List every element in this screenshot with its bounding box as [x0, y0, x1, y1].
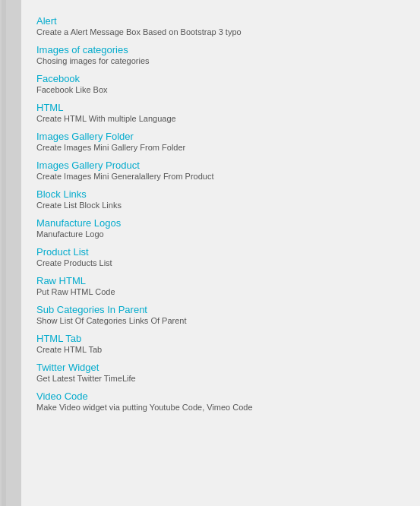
item-description-7: Manufacture Logo [36, 229, 409, 239]
item-title-link-1[interactable]: Images of categories [36, 44, 409, 55]
item-title-link-11[interactable]: HTML Tab [36, 333, 409, 344]
item-description-5: Create Images Mini Generalallery From Pr… [36, 172, 409, 181]
item-description-3: Create HTML With multiple Language [36, 114, 409, 123]
item-title-link-7[interactable]: Manufacture Logos [36, 217, 409, 229]
item-title-link-5[interactable]: Images Gallery Product [36, 160, 409, 171]
item-description-2: Facebook Like Box [36, 85, 409, 94]
list-item: Video CodeMake Video widget via putting … [36, 391, 409, 412]
list-item: Images Gallery FolderCreate Images Mini … [36, 131, 409, 152]
list-item: Product ListCreate Products List [36, 246, 409, 267]
item-title-link-0[interactable]: Alert [36, 15, 409, 27]
left-sidebar [0, 0, 21, 506]
item-description-1: Chosing images for categories [36, 56, 409, 65]
item-description-10: Show List Of Categories Links Of Parent [36, 316, 409, 325]
item-title-link-12[interactable]: Twitter Widget [36, 362, 409, 373]
item-title-link-6[interactable]: Block Links [36, 188, 409, 200]
item-title-link-4[interactable]: Images Gallery Folder [36, 131, 409, 142]
item-description-9: Put Raw HTML Code [36, 287, 409, 296]
item-description-12: Get Latest Twitter TimeLife [36, 374, 409, 383]
list-item: HTMLCreate HTML With multiple Language [36, 102, 409, 123]
item-description-11: Create HTML Tab [36, 345, 409, 354]
item-description-8: Create Products List [36, 258, 409, 267]
list-item: FacebookFacebook Like Box [36, 73, 409, 94]
item-description-13: Make Video widget via putting Youtube Co… [36, 403, 409, 412]
list-item: Twitter WidgetGet Latest Twitter TimeLif… [36, 362, 409, 383]
list-item: Images of categoriesChosing images for c… [36, 44, 409, 65]
item-description-4: Create Images Mini Gallery From Folder [36, 143, 409, 152]
list-item: Images Gallery ProductCreate Images Mini… [36, 160, 409, 181]
item-title-link-9[interactable]: Raw HTML [36, 275, 409, 286]
list-item: Raw HTMLPut Raw HTML Code [36, 275, 409, 296]
item-title-link-2[interactable]: Facebook [36, 73, 409, 84]
list-item: HTML TabCreate HTML Tab [36, 333, 409, 354]
list-item: AlertCreate a Alert Message Box Based on… [36, 15, 409, 36]
item-title-link-13[interactable]: Video Code [36, 391, 409, 402]
item-title-link-3[interactable]: HTML [36, 102, 409, 113]
item-title-link-10[interactable]: Sub Categories In Parent [36, 304, 409, 315]
list-item: Sub Categories In ParentShow List Of Cat… [36, 304, 409, 325]
item-title-link-8[interactable]: Product List [36, 246, 409, 258]
main-content: AlertCreate a Alert Message Box Based on… [21, 0, 420, 506]
item-description-6: Create List Block Links [36, 201, 409, 210]
item-description-0: Create a Alert Message Box Based on Boot… [36, 27, 409, 36]
list-item: Block LinksCreate List Block Links [36, 188, 409, 210]
list-item: Manufacture LogosManufacture Logo [36, 217, 409, 239]
